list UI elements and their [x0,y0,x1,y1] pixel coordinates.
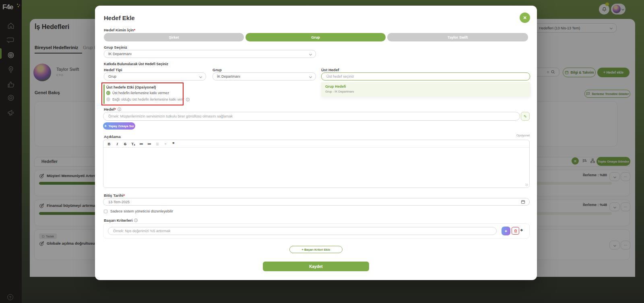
resize-handle[interactable] [525,183,528,186]
modal-title: Hedef Ekle [104,14,135,21]
clear-format-icon[interactable]: Tₓ [129,142,137,146]
editor-toolbar: B I S Tₓ ≔ ≔ ≣ ÷ ❞ [103,140,529,148]
parent-goal-label: Üst Hedef [321,68,339,72]
end-date-label: Bitiş Tarihi* [104,193,125,198]
sparkle-icon: ✦ [504,229,508,233]
group-select-value: İK Departmanı [108,52,132,56]
description-editor[interactable]: B I S Tₓ ≔ ≔ ≣ ÷ ❞ [103,140,530,188]
suggestion-subtitle: Grup - İK Departmanı [325,90,354,93]
goal-label: Hedef* i [104,107,121,111]
annotation-red-box [101,82,184,105]
optional-label: Opsiyonel [497,134,530,137]
required-mark: * [114,107,116,111]
end-date-input[interactable] [103,198,530,206]
audience-option-company[interactable]: Şirket [104,33,244,41]
close-icon: ✕ [523,15,526,21]
chevron-down-icon [199,75,202,78]
criteria-ai-button[interactable]: ✦ [502,227,510,235]
info-icon: i [134,218,138,222]
bullet-list-icon[interactable]: ≔ [145,142,153,146]
checkbox-unchecked[interactable] [104,210,107,213]
criteria-drag-handle[interactable]: ❖ [520,228,523,232]
goal-input[interactable] [103,112,520,121]
suggestion-title: Grup Hedefi [325,85,346,89]
parent-group-select[interactable]: İK Departmanı [213,72,316,80]
trash-icon [514,229,518,233]
goal-type-select[interactable]: Grup [104,72,206,80]
add-criteria-button[interactable]: + Başarı Kriteri Ekle [289,246,343,253]
calendar-icon [521,200,525,204]
save-button[interactable]: Kaydet [263,262,369,271]
close-button[interactable]: ✕ [520,12,530,23]
audience-option-person[interactable]: Taylor Swift [387,33,528,41]
goal-edit-button[interactable]: ✎ [521,112,530,121]
italic-icon[interactable]: I [113,142,121,146]
add-goal-modal: Hedef Ekle ✕ Hedef Kimin İçin* Şirket Gr… [95,6,537,280]
description-textarea[interactable] [103,148,529,188]
info-icon: i [186,98,190,101]
audience-option-group[interactable]: Grup [246,33,386,41]
required-mark: * [134,28,135,32]
admin-only-row[interactable]: Sadece sistem yöneticisi düzenleyebilir [104,209,173,213]
parent-group-label: Grup [213,68,222,72]
group-select[interactable]: İK Departmanı [104,50,316,58]
pen-icon: ✎ [524,114,527,119]
criteria-input[interactable] [108,227,497,235]
bold-icon[interactable]: B [105,142,113,146]
chevron-down-icon [309,52,312,55]
quote-icon[interactable]: ❞ [169,142,178,146]
audience-label: Hedef Kimin İçin* [104,28,135,32]
parent-goal-input[interactable] [321,72,530,80]
group-select-label: Grup Seçiniz [104,45,127,49]
strikethrough-icon[interactable]: S [121,142,129,146]
required-mark: * [123,193,125,198]
ask-ai-button[interactable]: ✦ Yapay Zekaya Sor [103,122,135,130]
parent-section-label: Katkıda Bulunulacak Üst Hedefi Seçiniz [104,62,168,66]
sparkle-icon: ✦ [104,124,107,128]
ordered-list-icon[interactable]: ≔ [137,142,145,146]
goal-type-label: Hedef Tipi [104,68,122,72]
screen: İş Hedefleri Hedefleri (13 Nis-13 Tem) B… [0,0,644,303]
info-icon: i [118,107,121,111]
description-label: Açıklama [104,134,121,139]
task-list-icon[interactable]: ≣ [153,142,161,146]
diamond-icon: ❖ [520,228,523,232]
chevron-down-icon [309,75,312,78]
divider-icon[interactable]: ÷ [161,142,169,146]
criteria-label: Başarı Kriterleri i [104,218,138,223]
criteria-delete-button[interactable] [512,227,519,235]
parent-goal-suggestion[interactable]: Grup Hedefi Grup - İK Departmanı [321,82,530,97]
